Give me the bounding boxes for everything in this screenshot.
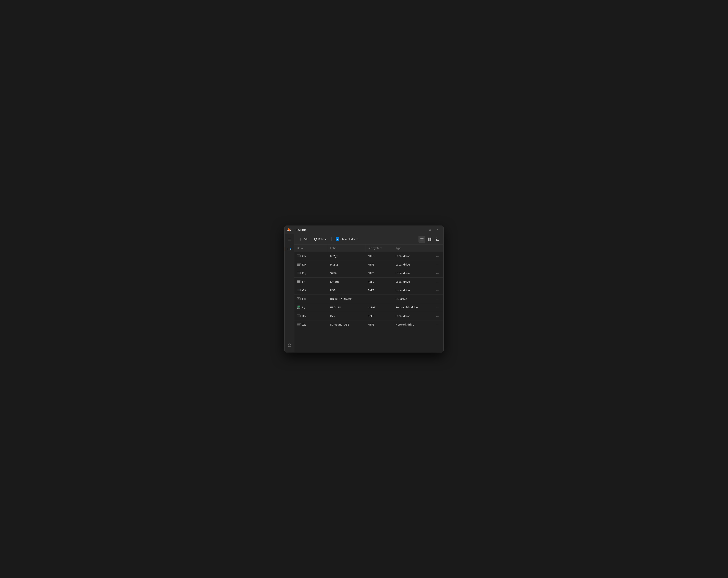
svg-point-42	[300, 291, 300, 291]
settings-button[interactable]	[286, 342, 293, 349]
table-row[interactable]: F:\ ExternReFSLocal drive···	[294, 278, 443, 286]
svg-rect-48	[298, 306, 300, 307]
drive-more-cell: ···	[432, 303, 443, 312]
show-all-drives-button[interactable]: Show all drives	[333, 236, 361, 243]
table-row[interactable]: X:\ DevReFSLocal drive···	[294, 312, 443, 321]
refresh-button[interactable]: Refresh	[311, 236, 330, 243]
minimize-button[interactable]: ─	[419, 226, 426, 234]
table-row[interactable]: D:\ M.2_2NTFSLocal drive···	[294, 260, 443, 269]
sidebar-item-drives[interactable]	[286, 245, 293, 253]
list-view-icon	[420, 237, 423, 241]
drive-label: Dev	[328, 312, 365, 321]
svg-point-46	[298, 299, 298, 300]
drive-type: Local drive	[393, 252, 432, 260]
drive-more-button[interactable]: ···	[434, 305, 441, 310]
svg-point-56	[300, 324, 300, 324]
drive-more-button[interactable]: ···	[434, 314, 441, 318]
drive-more-button[interactable]: ···	[434, 262, 441, 267]
gear-icon	[288, 344, 291, 347]
drive-cell: H:\	[294, 295, 328, 303]
drives-table-container[interactable]: Drive Label File system Type C:\ M.2_1NT…	[294, 245, 443, 352]
svg-rect-15	[428, 240, 430, 241]
drive-more-button[interactable]: ···	[434, 280, 441, 284]
close-button[interactable]: ✕	[434, 226, 441, 234]
drive-filesystem: NTFS	[365, 269, 393, 278]
drive-more-cell: ···	[432, 295, 443, 303]
svg-point-41	[300, 290, 300, 290]
table-row[interactable]: Z:\ Samsung_USBNTFSNetwork drive···	[294, 321, 443, 329]
drive-icon	[297, 305, 301, 310]
toolbar: Add Refresh Show all	[294, 234, 443, 245]
drives-table: Drive Label File system Type C:\ M.2_1NT…	[294, 245, 443, 329]
sidebar	[285, 234, 294, 352]
drive-label: BD-RE-Laufwerk	[328, 295, 365, 303]
drive-label: ESD-ISO	[328, 303, 365, 312]
svg-rect-22	[437, 240, 439, 241]
drive-cell: X:\	[294, 312, 328, 321]
drive-name: D:\	[302, 263, 306, 266]
svg-point-34	[300, 273, 300, 274]
drive-filesystem: NTFS	[365, 260, 393, 269]
drive-more-cell: ···	[432, 260, 443, 269]
svg-rect-21	[436, 240, 437, 241]
table-row[interactable]: H:\ BD-RE-LaufwerkCD drive···	[294, 295, 443, 303]
drive-filesystem: NTFS	[365, 321, 393, 329]
column-actions	[432, 245, 443, 252]
drive-icon	[297, 271, 301, 275]
drive-more-button[interactable]: ···	[434, 271, 441, 275]
drive-more-button[interactable]: ···	[434, 288, 441, 293]
table-row[interactable]: C:\ M.2_1NTFSLocal drive···	[294, 252, 443, 260]
drive-name: H:\	[302, 297, 306, 300]
table-row[interactable]: G:\ USBReFSLocal drive···	[294, 286, 443, 295]
drive-filesystem: ReFS	[365, 278, 393, 286]
sidebar-top	[286, 235, 293, 342]
drive-name: G:\	[302, 289, 306, 292]
drive-more-button[interactable]: ···	[434, 297, 441, 301]
drive-more-cell: ···	[432, 286, 443, 295]
window-controls: ─ □ ✕	[419, 226, 441, 234]
drive-name: I:\	[302, 306, 305, 309]
view-details-button[interactable]	[434, 236, 441, 243]
drive-more-button[interactable]: ···	[434, 323, 441, 327]
drive-name: C:\	[302, 254, 306, 257]
drive-label: Samsung_USB	[328, 321, 365, 329]
table-row[interactable]: I:\ ESD-ISOexFATRemovable drive···	[294, 303, 443, 312]
column-type: Type	[393, 245, 432, 252]
svg-point-53	[300, 316, 300, 317]
svg-rect-17	[436, 237, 437, 238]
drive-more-cell: ···	[432, 312, 443, 321]
view-grid-button[interactable]	[426, 236, 433, 243]
drive-cell: F:\	[294, 278, 328, 286]
drive-filesystem: ReFS	[365, 312, 393, 321]
drive-name: E:\	[302, 272, 306, 275]
column-filesystem: File system	[365, 245, 393, 252]
drive-label: M.2_2	[328, 260, 365, 269]
svg-rect-12	[420, 240, 423, 241]
app-title: SUBSTitue	[293, 228, 419, 231]
add-button[interactable]: Add	[297, 236, 311, 243]
svg-rect-2	[288, 240, 291, 241]
drive-more-button[interactable]: ···	[434, 254, 441, 258]
svg-rect-20	[437, 239, 439, 240]
svg-point-52	[300, 315, 300, 316]
svg-point-6	[290, 249, 291, 250]
drive-cell: G:\	[294, 286, 328, 295]
drive-icon	[297, 262, 301, 267]
drive-name: Z:\	[302, 323, 306, 326]
check-icon	[336, 238, 338, 240]
column-drive: Drive	[294, 245, 328, 252]
drive-filesystem: exFAT	[365, 303, 393, 312]
table-row[interactable]: E:\ SATANTFSLocal drive···	[294, 269, 443, 278]
maximize-button[interactable]: □	[426, 226, 434, 234]
sidebar-menu-button[interactable]	[286, 235, 293, 243]
drive-filesystem: ReFS	[365, 286, 393, 295]
view-list-button[interactable]	[418, 236, 425, 243]
app-window: 🦊 SUBSTitue ─ □ ✕	[284, 226, 444, 352]
svg-rect-18	[437, 238, 439, 238]
hamburger-icon	[288, 237, 291, 241]
drive-cell: Z:\	[294, 321, 328, 329]
toolbar-divider	[331, 237, 332, 241]
drive-type: Network drive	[393, 321, 432, 329]
drive-label: M.2_1	[328, 252, 365, 260]
show-all-drives-checkbox	[336, 237, 339, 241]
